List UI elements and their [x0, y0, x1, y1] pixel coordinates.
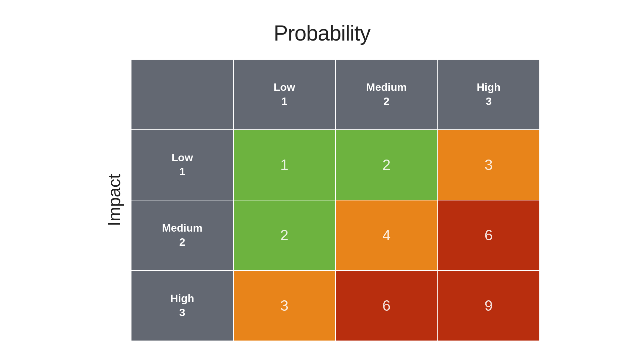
matrix-wrapper: Impact Low1Medium2High3Low1123Medium2246… — [104, 59, 540, 341]
matrix-row: Medium2246 — [131, 200, 540, 270]
matrix-row: High3369 — [131, 270, 540, 341]
header-col-medium: Medium2 — [335, 59, 438, 130]
matrix-row: Low1123 — [131, 130, 540, 200]
page-title: Probability — [274, 21, 370, 46]
cell-r3-c3: 9 — [438, 270, 540, 341]
cell-r2-c3: 6 — [438, 200, 540, 270]
y-axis-label: Impact — [104, 174, 124, 226]
row-header-medium: Medium2 — [131, 200, 233, 270]
header-corner — [131, 59, 233, 130]
cell-r3-c1: 3 — [233, 270, 335, 341]
cell-r1-c2: 2 — [335, 130, 438, 200]
row-header-low: Low1 — [131, 130, 233, 200]
cell-r2-c1: 2 — [233, 200, 335, 270]
cell-r1-c3: 3 — [438, 130, 540, 200]
row-header-high: High3 — [131, 270, 233, 341]
cell-r3-c2: 6 — [335, 270, 438, 341]
header-col-low: Low1 — [233, 59, 335, 130]
header-col-high: High3 — [438, 59, 540, 130]
cell-r1-c1: 1 — [233, 130, 335, 200]
cell-r2-c2: 4 — [335, 200, 438, 270]
risk-matrix: Low1Medium2High3Low1123Medium2246High336… — [131, 59, 540, 341]
